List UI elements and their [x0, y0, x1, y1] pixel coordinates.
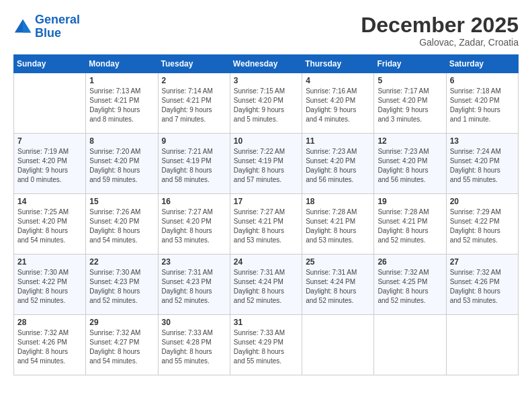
- day-info: Sunrise: 7:14 AMSunset: 4:21 PMDaylight:…: [162, 87, 226, 124]
- calendar-cell: [374, 315, 446, 375]
- day-info: Sunrise: 7:31 AMSunset: 4:24 PMDaylight:…: [234, 268, 298, 306]
- day-number: 6: [450, 76, 515, 85]
- calendar-cell: 26Sunrise: 7:32 AMSunset: 4:25 PMDayligh…: [374, 255, 446, 315]
- day-number: 24: [234, 257, 298, 267]
- logo-text: General Blue: [35, 13, 80, 40]
- day-number: 31: [234, 318, 298, 327]
- calendar-cell: 11Sunrise: 7:23 AMSunset: 4:20 PMDayligh…: [302, 134, 374, 194]
- day-info: Sunrise: 7:16 AMSunset: 4:20 PMDaylight:…: [306, 87, 370, 124]
- day-info: Sunrise: 7:31 AMSunset: 4:24 PMDaylight:…: [306, 268, 370, 306]
- weekday-header: Tuesday: [158, 55, 230, 73]
- calendar-cell: 6Sunrise: 7:18 AMSunset: 4:20 PMDaylight…: [446, 73, 518, 134]
- calendar-cell: [14, 73, 86, 134]
- calendar-cell: 16Sunrise: 7:27 AMSunset: 4:20 PMDayligh…: [158, 194, 230, 255]
- day-info: Sunrise: 7:15 AMSunset: 4:20 PMDaylight:…: [234, 87, 298, 124]
- day-number: 12: [378, 136, 442, 146]
- day-info: Sunrise: 7:23 AMSunset: 4:20 PMDaylight:…: [378, 147, 442, 185]
- weekday-header: Thursday: [302, 55, 374, 73]
- day-info: Sunrise: 7:28 AMSunset: 4:21 PMDaylight:…: [306, 208, 370, 245]
- calendar-cell: 8Sunrise: 7:20 AMSunset: 4:20 PMDaylight…: [86, 134, 158, 194]
- calendar-cell: 20Sunrise: 7:29 AMSunset: 4:22 PMDayligh…: [446, 194, 518, 255]
- day-info: Sunrise: 7:13 AMSunset: 4:21 PMDaylight:…: [89, 87, 154, 124]
- calendar-cell: 15Sunrise: 7:26 AMSunset: 4:20 PMDayligh…: [86, 194, 158, 255]
- day-number: 1: [89, 76, 154, 85]
- day-info: Sunrise: 7:32 AMSunset: 4:25 PMDaylight:…: [378, 268, 442, 306]
- calendar-cell: 28Sunrise: 7:32 AMSunset: 4:26 PMDayligh…: [14, 315, 86, 375]
- calendar-header-row: SundayMondayTuesdayWednesdayThursdayFrid…: [14, 55, 519, 73]
- calendar-cell: 23Sunrise: 7:31 AMSunset: 4:23 PMDayligh…: [158, 255, 230, 315]
- calendar-cell: [446, 315, 518, 375]
- day-number: 2: [162, 76, 226, 85]
- day-number: 15: [89, 197, 154, 206]
- day-info: Sunrise: 7:26 AMSunset: 4:20 PMDaylight:…: [89, 208, 154, 245]
- month-title: December 2025: [361, 13, 519, 37]
- calendar-cell: 27Sunrise: 7:32 AMSunset: 4:26 PMDayligh…: [446, 255, 518, 315]
- logo: General Blue: [13, 13, 80, 40]
- day-info: Sunrise: 7:20 AMSunset: 4:20 PMDaylight:…: [89, 147, 154, 185]
- day-info: Sunrise: 7:30 AMSunset: 4:22 PMDaylight:…: [17, 268, 82, 306]
- day-number: 7: [17, 136, 82, 146]
- calendar-table: SundayMondayTuesdayWednesdayThursdayFrid…: [13, 54, 519, 375]
- calendar-cell: 22Sunrise: 7:30 AMSunset: 4:23 PMDayligh…: [86, 255, 158, 315]
- day-number: 19: [378, 197, 442, 206]
- logo-icon: [13, 17, 32, 36]
- calendar-cell: 17Sunrise: 7:27 AMSunset: 4:21 PMDayligh…: [230, 194, 302, 255]
- day-info: Sunrise: 7:27 AMSunset: 4:20 PMDaylight:…: [162, 208, 226, 245]
- calendar-cell: 19Sunrise: 7:28 AMSunset: 4:21 PMDayligh…: [374, 194, 446, 255]
- weekday-header: Friday: [374, 55, 446, 73]
- day-number: 13: [450, 136, 515, 146]
- day-number: 9: [162, 136, 226, 146]
- calendar-cell: 9Sunrise: 7:21 AMSunset: 4:19 PMDaylight…: [158, 134, 230, 194]
- day-number: 14: [17, 197, 82, 206]
- title-area: December 2025 Galovac, Zadar, Croatia: [361, 13, 519, 48]
- day-info: Sunrise: 7:32 AMSunset: 4:26 PMDaylight:…: [17, 328, 82, 366]
- calendar-week-row: 21Sunrise: 7:30 AMSunset: 4:22 PMDayligh…: [14, 255, 519, 315]
- day-number: 29: [89, 318, 154, 327]
- calendar-week-row: 1Sunrise: 7:13 AMSunset: 4:21 PMDaylight…: [14, 73, 519, 134]
- calendar-week-row: 14Sunrise: 7:25 AMSunset: 4:20 PMDayligh…: [14, 194, 519, 255]
- calendar-cell: 3Sunrise: 7:15 AMSunset: 4:20 PMDaylight…: [230, 73, 302, 134]
- day-number: 22: [89, 257, 154, 267]
- day-info: Sunrise: 7:28 AMSunset: 4:21 PMDaylight:…: [378, 208, 442, 245]
- day-number: 16: [162, 197, 226, 206]
- page-header: General Blue December 2025 Galovac, Zada…: [13, 13, 519, 48]
- calendar-cell: 1Sunrise: 7:13 AMSunset: 4:21 PMDaylight…: [86, 73, 158, 134]
- day-info: Sunrise: 7:31 AMSunset: 4:23 PMDaylight:…: [162, 268, 226, 306]
- day-info: Sunrise: 7:24 AMSunset: 4:20 PMDaylight:…: [450, 147, 515, 185]
- calendar-cell: 21Sunrise: 7:30 AMSunset: 4:22 PMDayligh…: [14, 255, 86, 315]
- calendar-cell: 4Sunrise: 7:16 AMSunset: 4:20 PMDaylight…: [302, 73, 374, 134]
- day-info: Sunrise: 7:17 AMSunset: 4:20 PMDaylight:…: [378, 87, 442, 124]
- day-info: Sunrise: 7:33 AMSunset: 4:28 PMDaylight:…: [162, 328, 226, 366]
- day-info: Sunrise: 7:30 AMSunset: 4:23 PMDaylight:…: [89, 268, 154, 306]
- calendar-week-row: 7Sunrise: 7:19 AMSunset: 4:20 PMDaylight…: [14, 134, 519, 194]
- calendar-cell: 29Sunrise: 7:32 AMSunset: 4:27 PMDayligh…: [86, 315, 158, 375]
- day-info: Sunrise: 7:32 AMSunset: 4:26 PMDaylight:…: [450, 268, 515, 306]
- day-info: Sunrise: 7:27 AMSunset: 4:21 PMDaylight:…: [234, 208, 298, 245]
- day-number: 8: [89, 136, 154, 146]
- calendar-week-row: 28Sunrise: 7:32 AMSunset: 4:26 PMDayligh…: [14, 315, 519, 375]
- day-number: 17: [234, 197, 298, 206]
- calendar-cell: [302, 315, 374, 375]
- day-info: Sunrise: 7:29 AMSunset: 4:22 PMDaylight:…: [450, 208, 515, 245]
- weekday-header: Sunday: [14, 55, 86, 73]
- day-number: 28: [17, 318, 82, 327]
- day-number: 18: [306, 197, 370, 206]
- calendar-cell: 14Sunrise: 7:25 AMSunset: 4:20 PMDayligh…: [14, 194, 86, 255]
- calendar-cell: 7Sunrise: 7:19 AMSunset: 4:20 PMDaylight…: [14, 134, 86, 194]
- day-info: Sunrise: 7:32 AMSunset: 4:27 PMDaylight:…: [89, 328, 154, 366]
- svg-marker-1: [23, 19, 31, 33]
- day-number: 11: [306, 136, 370, 146]
- day-info: Sunrise: 7:18 AMSunset: 4:20 PMDaylight:…: [450, 87, 515, 124]
- day-number: 25: [306, 257, 370, 267]
- calendar-cell: 31Sunrise: 7:33 AMSunset: 4:29 PMDayligh…: [230, 315, 302, 375]
- day-info: Sunrise: 7:21 AMSunset: 4:19 PMDaylight:…: [162, 147, 226, 185]
- calendar-cell: 5Sunrise: 7:17 AMSunset: 4:20 PMDaylight…: [374, 73, 446, 134]
- calendar-cell: 10Sunrise: 7:22 AMSunset: 4:19 PMDayligh…: [230, 134, 302, 194]
- calendar-cell: 24Sunrise: 7:31 AMSunset: 4:24 PMDayligh…: [230, 255, 302, 315]
- day-number: 20: [450, 197, 515, 206]
- day-info: Sunrise: 7:23 AMSunset: 4:20 PMDaylight:…: [306, 147, 370, 185]
- day-number: 21: [17, 257, 82, 267]
- day-info: Sunrise: 7:25 AMSunset: 4:20 PMDaylight:…: [17, 208, 82, 245]
- day-number: 26: [378, 257, 442, 267]
- day-number: 27: [450, 257, 515, 267]
